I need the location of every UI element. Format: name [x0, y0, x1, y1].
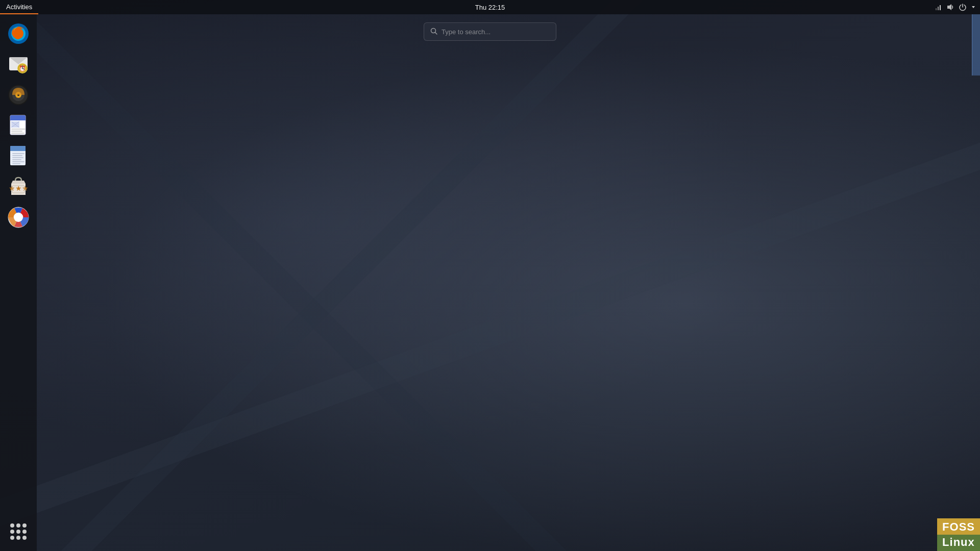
dock-item-evolution[interactable]: ⏰	[5, 51, 32, 78]
dock-item-firefox[interactable]	[5, 20, 32, 47]
svg-marker-3	[947, 4, 951, 10]
svg-marker-4	[972, 6, 975, 8]
desktop-background	[0, 0, 980, 551]
svg-rect-28	[11, 129, 26, 130]
svg-rect-1	[938, 7, 939, 10]
dock-item-help[interactable]	[5, 204, 32, 231]
dock: ⏰	[0, 14, 37, 551]
sound-icon[interactable]	[946, 3, 954, 11]
topbar-left: Activities	[0, 0, 38, 14]
search-bar	[424, 22, 556, 41]
chevron-down-icon[interactable]	[971, 5, 976, 10]
grid-dot	[22, 536, 27, 540]
svg-rect-35	[12, 155, 22, 156]
linux-label: Linux	[937, 535, 980, 551]
grid-dot	[16, 530, 20, 534]
grid-dot	[22, 530, 27, 534]
workspace-thumbnail[interactable]	[972, 14, 980, 76]
show-applications-button[interactable]	[5, 518, 32, 545]
svg-rect-24	[10, 118, 26, 120]
topbar-right	[934, 3, 980, 11]
svg-rect-34	[12, 153, 24, 154]
svg-rect-30	[11, 133, 24, 134]
svg-rect-29	[11, 131, 22, 132]
svg-rect-33	[10, 149, 26, 151]
svg-rect-0	[936, 8, 937, 10]
svg-rect-37	[12, 159, 21, 160]
grid-dot	[22, 523, 27, 528]
svg-rect-36	[12, 157, 23, 158]
apps-grid-icon	[10, 523, 27, 540]
clock[interactable]: Thu 22:15	[475, 4, 505, 11]
dock-item-gedit[interactable]	[5, 143, 32, 169]
power-icon[interactable]	[959, 3, 967, 11]
svg-point-45	[14, 213, 23, 222]
grid-dot	[16, 523, 20, 528]
dock-item-software-center[interactable]: ★★★	[5, 173, 32, 200]
svg-rect-2	[940, 5, 941, 10]
grid-dot	[10, 536, 14, 540]
svg-rect-38	[12, 161, 24, 162]
svg-line-6	[435, 32, 437, 34]
foss-linux-text: FOSS Linux	[937, 518, 980, 551]
grid-dot	[16, 536, 20, 540]
activities-button[interactable]: Activities	[0, 0, 38, 14]
search-container	[424, 22, 556, 41]
dock-item-rhythmbox[interactable]	[5, 82, 32, 108]
topbar: Activities Thu 22:15	[0, 0, 980, 14]
foss-label: FOSS	[937, 518, 980, 535]
search-icon	[430, 28, 437, 36]
foss-linux-watermark: FOSS Linux	[937, 518, 980, 551]
svg-rect-39	[12, 163, 20, 164]
svg-text:★★★: ★★★	[9, 184, 29, 192]
grid-dot	[10, 530, 14, 534]
grid-dot	[10, 523, 14, 528]
search-input[interactable]	[442, 28, 550, 36]
network-icon[interactable]	[934, 3, 942, 11]
dock-item-writer[interactable]	[5, 112, 32, 139]
